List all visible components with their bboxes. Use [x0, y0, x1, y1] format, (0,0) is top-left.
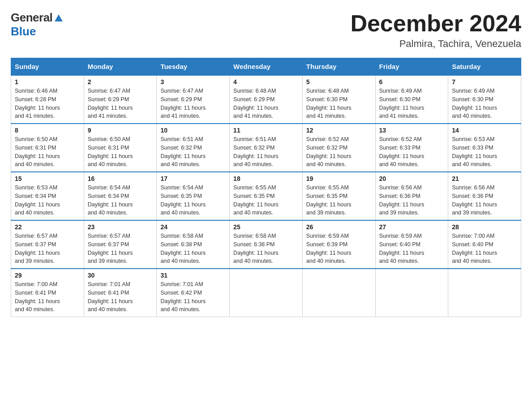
month-title: December 2024 [350, 11, 521, 36]
calendar-cell: 15Sunrise: 6:53 AMSunset: 6:34 PMDayligh… [11, 172, 84, 220]
calendar-cell: 13Sunrise: 6:52 AMSunset: 6:33 PMDayligh… [375, 124, 448, 172]
calendar-cell: 23Sunrise: 6:57 AMSunset: 6:37 PMDayligh… [84, 220, 157, 269]
calendar-cell: 30Sunrise: 7:01 AMSunset: 6:41 PMDayligh… [84, 269, 157, 317]
day-info: Sunrise: 7:00 AMSunset: 6:41 PMDaylight:… [15, 280, 80, 314]
svg-marker-0 [55, 14, 63, 21]
calendar-cell [230, 269, 303, 317]
day-number: 7 [452, 78, 517, 86]
calendar-cell: 14Sunrise: 6:53 AMSunset: 6:33 PMDayligh… [448, 124, 521, 172]
calendar-cell: 18Sunrise: 6:55 AMSunset: 6:35 PMDayligh… [230, 172, 303, 220]
day-number: 25 [233, 223, 299, 231]
calendar-week-row: 8Sunrise: 6:50 AMSunset: 6:31 PMDaylight… [11, 124, 521, 172]
day-number: 11 [233, 127, 299, 134]
day-info: Sunrise: 6:53 AMSunset: 6:34 PMDaylight:… [15, 184, 80, 217]
day-info: Sunrise: 7:01 AMSunset: 6:41 PMDaylight:… [88, 280, 153, 314]
day-info: Sunrise: 6:50 AMSunset: 6:31 PMDaylight:… [15, 135, 80, 169]
day-info: Sunrise: 6:54 AMSunset: 6:34 PMDaylight:… [88, 184, 153, 217]
calendar-cell: 3Sunrise: 6:47 AMSunset: 6:29 PMDaylight… [157, 75, 230, 124]
day-info: Sunrise: 6:56 AMSunset: 6:36 PMDaylight:… [379, 184, 445, 217]
day-info: Sunrise: 6:53 AMSunset: 6:33 PMDaylight:… [452, 135, 517, 169]
day-info: Sunrise: 6:57 AMSunset: 6:37 PMDaylight:… [88, 232, 153, 265]
day-number: 28 [452, 223, 517, 231]
calendar-cell: 28Sunrise: 7:00 AMSunset: 6:40 PMDayligh… [448, 220, 521, 269]
day-number: 31 [160, 272, 226, 279]
day-info: Sunrise: 6:58 AMSunset: 6:38 PMDaylight:… [160, 232, 226, 265]
day-info: Sunrise: 6:59 AMSunset: 6:39 PMDaylight:… [306, 232, 372, 265]
calendar-week-row: 22Sunrise: 6:57 AMSunset: 6:37 PMDayligh… [11, 220, 521, 269]
calendar-cell: 11Sunrise: 6:51 AMSunset: 6:32 PMDayligh… [230, 124, 303, 172]
day-number: 8 [15, 127, 80, 134]
day-number: 5 [306, 78, 372, 86]
logo-arrow-icon [54, 13, 64, 22]
day-number: 1 [15, 78, 80, 86]
calendar-week-row: 1Sunrise: 6:46 AMSunset: 6:28 PMDaylight… [11, 75, 521, 124]
day-of-week-header: Monday [84, 58, 157, 76]
calendar-cell: 29Sunrise: 7:00 AMSunset: 6:41 PMDayligh… [11, 269, 84, 317]
day-number: 26 [306, 223, 372, 231]
calendar-cell: 17Sunrise: 6:54 AMSunset: 6:35 PMDayligh… [157, 172, 230, 220]
location-title: Palmira, Tachira, Venezuela [350, 38, 521, 50]
day-number: 23 [88, 223, 153, 231]
day-info: Sunrise: 6:46 AMSunset: 6:28 PMDaylight:… [15, 87, 80, 120]
calendar-cell: 4Sunrise: 6:48 AMSunset: 6:29 PMDaylight… [230, 75, 303, 124]
day-info: Sunrise: 6:51 AMSunset: 6:32 PMDaylight:… [160, 135, 226, 169]
calendar-cell: 1Sunrise: 6:46 AMSunset: 6:28 PMDaylight… [11, 75, 84, 124]
day-number: 17 [160, 175, 226, 182]
day-number: 19 [306, 175, 372, 182]
calendar-cell: 22Sunrise: 6:57 AMSunset: 6:37 PMDayligh… [11, 220, 84, 269]
calendar-week-row: 15Sunrise: 6:53 AMSunset: 6:34 PMDayligh… [11, 172, 521, 220]
day-info: Sunrise: 6:49 AMSunset: 6:30 PMDaylight:… [452, 87, 517, 120]
day-number: 27 [379, 223, 445, 231]
day-of-week-header: Sunday [11, 58, 84, 76]
calendar-cell: 9Sunrise: 6:50 AMSunset: 6:31 PMDaylight… [84, 124, 157, 172]
day-info: Sunrise: 7:01 AMSunset: 6:42 PMDaylight:… [160, 280, 226, 314]
calendar-cell: 20Sunrise: 6:56 AMSunset: 6:36 PMDayligh… [375, 172, 448, 220]
calendar-cell: 5Sunrise: 6:48 AMSunset: 6:30 PMDaylight… [302, 75, 375, 124]
day-number: 2 [88, 78, 153, 86]
calendar-cell: 26Sunrise: 6:59 AMSunset: 6:39 PMDayligh… [302, 220, 375, 269]
day-info: Sunrise: 6:47 AMSunset: 6:29 PMDaylight:… [160, 87, 226, 120]
calendar-cell: 19Sunrise: 6:55 AMSunset: 6:35 PMDayligh… [302, 172, 375, 220]
day-number: 9 [88, 127, 153, 134]
day-info: Sunrise: 6:55 AMSunset: 6:35 PMDaylight:… [233, 184, 299, 217]
calendar-cell [375, 269, 448, 317]
day-info: Sunrise: 6:54 AMSunset: 6:35 PMDaylight:… [160, 184, 226, 217]
day-info: Sunrise: 6:59 AMSunset: 6:40 PMDaylight:… [379, 232, 445, 265]
day-number: 13 [379, 127, 445, 134]
day-number: 21 [452, 175, 517, 182]
calendar-cell: 16Sunrise: 6:54 AMSunset: 6:34 PMDayligh… [84, 172, 157, 220]
day-of-week-header: Wednesday [230, 58, 303, 76]
calendar-cell: 25Sunrise: 6:58 AMSunset: 6:38 PMDayligh… [230, 220, 303, 269]
day-number: 6 [379, 78, 445, 86]
day-of-week-header: Tuesday [157, 58, 230, 76]
calendar-cell: 6Sunrise: 6:49 AMSunset: 6:30 PMDaylight… [375, 75, 448, 124]
logo: General Blue [11, 11, 64, 39]
calendar-cell: 2Sunrise: 6:47 AMSunset: 6:29 PMDaylight… [84, 75, 157, 124]
day-number: 22 [15, 223, 80, 231]
title-section: December 2024 Palmira, Tachira, Venezuel… [350, 11, 521, 50]
day-number: 4 [233, 78, 299, 86]
day-info: Sunrise: 6:51 AMSunset: 6:32 PMDaylight:… [233, 135, 299, 169]
day-number: 12 [306, 127, 372, 134]
day-info: Sunrise: 6:50 AMSunset: 6:31 PMDaylight:… [88, 135, 153, 169]
day-of-week-header: Friday [375, 58, 448, 76]
day-number: 24 [160, 223, 226, 231]
logo-general-text: General [11, 11, 52, 25]
calendar-week-row: 29Sunrise: 7:00 AMSunset: 6:41 PMDayligh… [11, 269, 521, 317]
day-number: 29 [15, 272, 80, 279]
calendar-header-row: SundayMondayTuesdayWednesdayThursdayFrid… [11, 58, 521, 76]
day-number: 16 [88, 175, 153, 182]
day-number: 10 [160, 127, 226, 134]
day-info: Sunrise: 7:00 AMSunset: 6:40 PMDaylight:… [452, 232, 517, 265]
logo-blue-text: Blue [11, 25, 36, 39]
day-info: Sunrise: 6:57 AMSunset: 6:37 PMDaylight:… [15, 232, 80, 265]
day-of-week-header: Saturday [448, 58, 521, 76]
day-number: 15 [15, 175, 80, 182]
calendar-table: SundayMondayTuesdayWednesdayThursdayFrid… [11, 58, 521, 317]
day-info: Sunrise: 6:55 AMSunset: 6:35 PMDaylight:… [306, 184, 372, 217]
calendar-cell: 7Sunrise: 6:49 AMSunset: 6:30 PMDaylight… [448, 75, 521, 124]
day-info: Sunrise: 6:48 AMSunset: 6:29 PMDaylight:… [233, 87, 299, 120]
page-header: General Blue December 2024 Palmira, Tach… [11, 11, 521, 50]
day-number: 30 [88, 272, 153, 279]
day-info: Sunrise: 6:52 AMSunset: 6:32 PMDaylight:… [306, 135, 372, 169]
